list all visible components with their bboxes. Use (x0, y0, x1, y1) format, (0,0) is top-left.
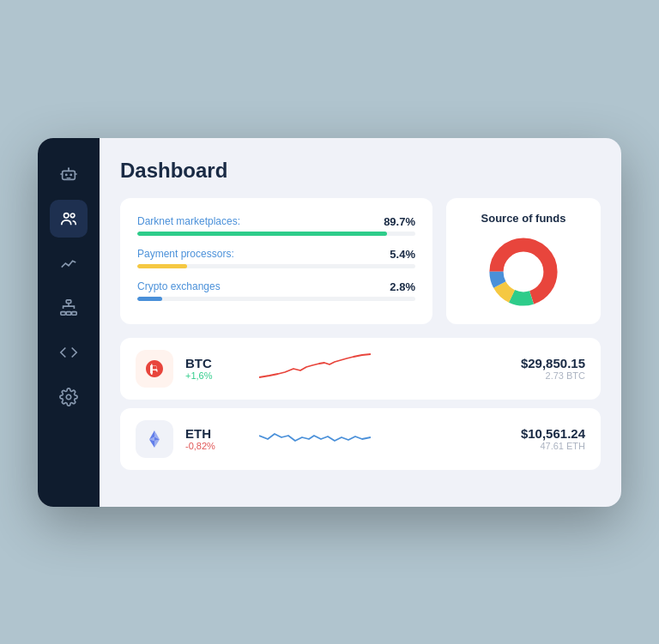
svg-rect-8 (66, 311, 71, 315)
svg-marker-19 (149, 439, 154, 448)
bar-track-darknet (137, 232, 415, 236)
bar-fill-payment (137, 264, 187, 268)
svg-marker-18 (154, 439, 160, 448)
svg-rect-7 (61, 311, 66, 315)
hierarchy-icon[interactable] (50, 289, 88, 327)
source-label-crypto: Crypto exchanges (137, 280, 221, 292)
svg-rect-9 (72, 311, 77, 315)
svg-point-4 (64, 213, 70, 218)
svg-point-5 (70, 214, 75, 218)
donut-chart (485, 233, 562, 310)
eth-chart (259, 420, 507, 458)
btc-icon (136, 350, 173, 388)
top-row: Darknet marketplaces: 89.7% Payment proc… (120, 198, 601, 324)
crypto-card-btc: BTC +1,6% $29,850.15 2.73 BTC (120, 338, 601, 400)
btc-amount: 2.73 BTC (521, 370, 585, 381)
source-pct-crypto: 2.8% (390, 280, 415, 293)
bar-fill-darknet (137, 232, 387, 236)
eth-value: $10,561.24 47.61 ETH (521, 426, 585, 451)
main-content: Dashboard Darknet marketplaces: 89.7% (100, 138, 621, 507)
eth-change: -0,82% (185, 441, 245, 451)
sources-card: Darknet marketplaces: 89.7% Payment proc… (120, 198, 432, 324)
robot-icon[interactable] (50, 155, 88, 193)
source-item-darknet: Darknet marketplaces: 89.7% (137, 215, 415, 236)
source-label-payment: Payment processors: (137, 248, 234, 260)
eth-icon (136, 420, 173, 458)
source-pct-payment: 5.4% (390, 248, 415, 261)
donut-title: Source of funds (481, 212, 566, 225)
code-icon[interactable] (50, 334, 88, 371)
btc-usd: $29,850.15 (521, 356, 585, 370)
btc-chart (259, 350, 507, 388)
btc-value: $29,850.15 2.73 BTC (521, 356, 585, 381)
sidebar (38, 138, 100, 507)
btc-change: +1,6% (185, 370, 245, 381)
settings-icon[interactable] (50, 378, 88, 416)
users-icon[interactable] (50, 200, 88, 238)
analytics-icon[interactable] (50, 244, 88, 282)
crypto-list: BTC +1,6% $29,850.15 2.73 BTC (120, 338, 601, 470)
eth-name: ETH (185, 426, 245, 441)
svg-point-15 (505, 253, 541, 290)
bar-track-crypto (137, 297, 415, 301)
source-item-crypto: Crypto exchanges 2.8% (137, 280, 415, 301)
source-item-payment: Payment processors: 5.4% (137, 248, 415, 268)
svg-rect-6 (66, 299, 71, 303)
bar-fill-crypto (137, 297, 162, 301)
svg-point-1 (65, 173, 68, 176)
donut-card: Source of funds (446, 198, 601, 324)
eth-amount: 47.61 ETH (521, 441, 585, 451)
bar-track-payment (137, 264, 415, 268)
page-title: Dashboard (120, 159, 601, 183)
svg-point-10 (66, 394, 71, 400)
btc-name: BTC (185, 356, 245, 370)
source-pct-darknet: 89.7% (384, 215, 415, 228)
source-label-darknet: Darknet marketplaces: (137, 215, 240, 227)
eth-info: ETH -0,82% (185, 426, 245, 451)
eth-usd: $10,561.24 (521, 426, 585, 441)
btc-info: BTC +1,6% (185, 356, 245, 381)
svg-point-3 (68, 167, 70, 169)
crypto-card-eth: ETH -0,82% $10,561.24 47.61 ETH (120, 408, 601, 470)
svg-point-2 (70, 173, 72, 176)
